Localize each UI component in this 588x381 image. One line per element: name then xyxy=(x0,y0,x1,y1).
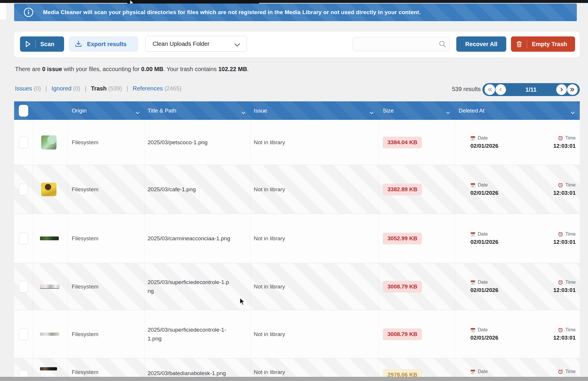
svg-text:17: 17 xyxy=(472,185,474,187)
file-thumbnail xyxy=(41,183,56,196)
alarm-clock-icon xyxy=(558,369,563,374)
file-path: 2025/03/superficiedecontrole-1.png xyxy=(148,278,230,295)
view-tabs: Issues (0) | Ignored (0) | Trash (539) |… xyxy=(15,85,181,92)
issue-cell: Not in library xyxy=(250,120,379,165)
column-header-size[interactable]: Size xyxy=(379,101,455,120)
deleted-date: 02/01/2026 xyxy=(470,239,498,245)
column-header-issue[interactable]: Issue xyxy=(250,101,379,120)
column-header-deleted-at[interactable]: Deleted At xyxy=(455,101,580,120)
size-badge: 3384.04 KB xyxy=(383,137,422,148)
svg-text:17: 17 xyxy=(472,282,474,285)
file-thumbnail xyxy=(40,285,59,289)
sort-chevron-icon[interactable] xyxy=(135,109,140,116)
column-header-origin[interactable]: Origin xyxy=(68,101,145,120)
window-edge xyxy=(0,3,6,19)
file-path: 2025/03/cafe-1.png xyxy=(148,185,230,194)
origin-cell: Filesystem xyxy=(68,310,145,358)
file-path: 2025/03/carmineacconciaa-1.png xyxy=(148,234,230,243)
issue-cell: Not in library xyxy=(250,263,379,310)
deleted-time: 12:03:01 xyxy=(553,287,576,293)
recover-all-button[interactable]: Recover All xyxy=(456,36,506,52)
prev-page-button[interactable] xyxy=(495,84,506,95)
issue-cell: Not in library xyxy=(250,310,379,358)
last-page-button[interactable] xyxy=(567,84,578,95)
size-badge: 3052.99 KB xyxy=(383,233,422,244)
row-checkbox[interactable] xyxy=(19,370,28,377)
search-icon xyxy=(439,40,446,49)
calendar-icon: 17 xyxy=(470,232,475,237)
mouse-cursor xyxy=(239,298,246,306)
origin-cell: Filesystem xyxy=(68,263,145,310)
search-field-wrap xyxy=(353,37,450,51)
row-checkbox[interactable] xyxy=(19,184,28,195)
row-checkbox[interactable] xyxy=(19,328,28,340)
recover-all-label: Recover All xyxy=(465,41,497,48)
alarm-clock-icon xyxy=(558,183,563,188)
size-badge: 3008.79 KB xyxy=(383,281,422,293)
file-path: 2025/03/petscoco-1.png xyxy=(148,138,230,147)
sort-chevron-icon[interactable] xyxy=(369,109,374,116)
table-row[interactable]: Filesystem 2025/03/petscoco-1.png Not in… xyxy=(14,120,580,165)
sort-chevron-icon[interactable] xyxy=(570,109,575,116)
alarm-clock-icon xyxy=(558,328,563,333)
pagination: 1/11 xyxy=(482,83,580,96)
tab-trash[interactable]: Trash xyxy=(91,85,106,92)
issues-size: 0.00 MB xyxy=(141,66,163,72)
origin-cell: Filesystem xyxy=(68,120,145,165)
svg-text:17: 17 xyxy=(472,330,474,332)
issue-cell: Not in library xyxy=(250,165,379,214)
bottom-scrollbar-track[interactable] xyxy=(0,377,588,381)
file-thumbnail xyxy=(40,236,59,240)
table-row[interactable]: Filesystem 2025/03/batedianabolesk-1.png… xyxy=(14,358,580,377)
tab-issues[interactable]: Issues xyxy=(15,85,32,92)
export-results-button[interactable]: Export results xyxy=(69,36,138,52)
trash-size: 102.22 MB xyxy=(218,66,247,72)
media-cleaner-page: Media Cleaner will scan your physical di… xyxy=(0,0,588,381)
row-checkbox[interactable] xyxy=(19,137,28,148)
issue-cell: Not in library xyxy=(250,214,379,263)
first-page-button[interactable] xyxy=(485,84,495,95)
calendar-icon: 17 xyxy=(470,136,475,141)
deleted-date: 02/01/2026 xyxy=(470,190,498,196)
sort-chevron-icon[interactable] xyxy=(446,109,450,116)
calendar-icon: 17 xyxy=(470,280,475,285)
empty-trash-label: Empty Trash xyxy=(532,41,567,48)
deleted-date: 02/01/2026 xyxy=(470,335,498,341)
calendar-icon: 17 xyxy=(470,183,475,188)
empty-trash-button[interactable]: Empty Trash xyxy=(511,36,575,52)
next-page-button[interactable] xyxy=(556,84,567,95)
table-row[interactable]: Filesystem 2025/03/superficiedecontrole-… xyxy=(14,263,580,310)
svg-text:17: 17 xyxy=(472,234,474,236)
origin-cell: Filesystem xyxy=(68,214,145,263)
scan-button-label: Scan xyxy=(40,41,54,48)
tab-references[interactable]: References xyxy=(133,85,163,92)
calendar-icon: 17 xyxy=(470,369,475,374)
tab-ignored[interactable]: Ignored xyxy=(51,85,71,92)
alarm-clock-icon xyxy=(558,232,563,237)
info-banner: Media Cleaner will scan your physical di… xyxy=(14,4,577,21)
row-checkbox[interactable] xyxy=(19,233,28,244)
table-row[interactable]: Filesystem 2025/03/carmineacconciaa-1.pn… xyxy=(14,214,580,263)
trash-icon xyxy=(516,41,522,48)
search-input[interactable] xyxy=(353,37,450,51)
file-thumbnail xyxy=(41,135,56,150)
row-checkbox[interactable] xyxy=(19,281,28,293)
download-icon xyxy=(75,41,82,48)
issue-cell: Not in library xyxy=(250,358,379,377)
table-header: Origin Title & Path Issue Size Deleted A… xyxy=(14,101,580,120)
filter-select[interactable]: Clean Uploads Folder xyxy=(145,36,247,52)
page-indicator: 1/11 xyxy=(509,83,553,96)
table-row[interactable]: Filesystem 2025/03/superficiedecontrole-… xyxy=(14,310,580,358)
column-header-title-path[interactable]: Title & Path xyxy=(145,101,250,120)
select-all-checkbox[interactable] xyxy=(19,105,28,117)
button-divider xyxy=(527,40,527,48)
scan-button[interactable]: Scan xyxy=(20,36,64,52)
deleted-date: 02/01/2026 xyxy=(470,143,498,149)
sort-chevron-icon[interactable] xyxy=(241,109,246,116)
filter-selected-value: Clean Uploads Folder xyxy=(153,41,209,47)
file-thumbnail xyxy=(40,333,59,336)
size-badge: 2978.06 KB xyxy=(383,369,422,377)
size-badge: 3008.79 KB xyxy=(383,328,422,340)
browser-chrome-bar xyxy=(0,0,588,3)
table-row[interactable]: Filesystem 2025/03/cafe-1.png Not in lib… xyxy=(14,165,580,214)
